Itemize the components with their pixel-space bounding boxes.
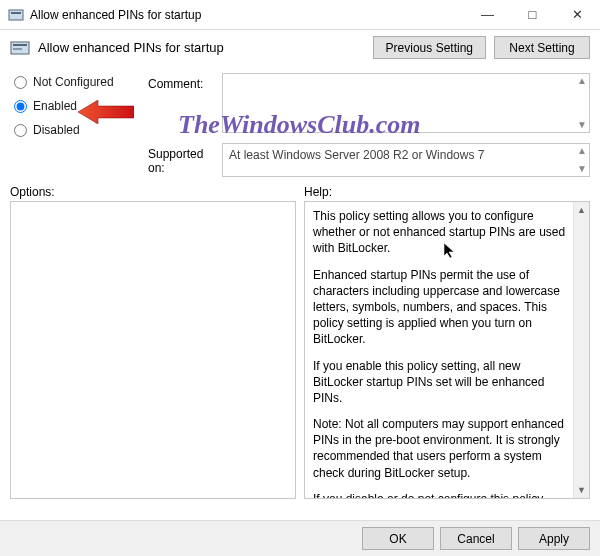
title-bar: Allow enhanced PINs for startup — □ ✕ [0, 0, 600, 30]
comment-textarea[interactable]: ▲ ▼ [222, 73, 590, 133]
supported-textbox: At least Windows Server 2008 R2 or Windo… [222, 143, 590, 177]
scroll-up-icon[interactable]: ▲ [577, 76, 587, 86]
ok-button[interactable]: OK [362, 527, 434, 550]
previous-setting-button[interactable]: Previous Setting [373, 36, 486, 59]
scroll-down-icon[interactable]: ▼ [577, 164, 587, 174]
supported-label: Supported on: [148, 143, 218, 177]
svg-rect-1 [11, 12, 21, 14]
policy-icon [8, 7, 24, 23]
supported-row: Supported on: At least Windows Server 20… [0, 137, 600, 177]
minimize-button[interactable]: — [465, 0, 510, 29]
scroll-up-icon[interactable]: ▲ [574, 202, 589, 218]
policy-subtitle: Allow enhanced PINs for startup [38, 40, 365, 55]
help-p4: Note: Not all computers may support enha… [313, 416, 571, 481]
help-panel[interactable]: This policy setting allows you to config… [304, 201, 590, 499]
window-controls: — □ ✕ [465, 0, 600, 29]
header-row: Allow enhanced PINs for startup Previous… [0, 30, 600, 69]
options-label: Options: [10, 185, 296, 199]
comment-label: Comment: [148, 73, 218, 137]
help-p1: This policy setting allows you to config… [313, 208, 571, 257]
scroll-down-icon[interactable]: ▼ [574, 482, 589, 498]
help-column: Help: This policy setting allows you to … [304, 185, 590, 499]
radio-not-configured-label: Not Configured [33, 75, 114, 89]
radio-not-configured[interactable]: Not Configured [14, 75, 144, 89]
policy-large-icon [10, 38, 30, 58]
radio-enabled[interactable]: Enabled [14, 99, 144, 113]
state-radios: Not Configured Enabled Disabled [14, 73, 144, 137]
help-label: Help: [304, 185, 590, 199]
lower-panels: Options: Help: This policy setting allow… [0, 177, 600, 499]
options-column: Options: [10, 185, 296, 499]
radio-not-configured-input[interactable] [14, 76, 27, 89]
config-grid: Not Configured Enabled Disabled Comment:… [0, 69, 600, 137]
radio-enabled-input[interactable] [14, 100, 27, 113]
supported-value: At least Windows Server 2008 R2 or Windo… [229, 148, 484, 162]
help-scrollbar[interactable]: ▲ ▼ [573, 202, 589, 498]
scroll-down-icon[interactable]: ▼ [577, 120, 587, 130]
scroll-track[interactable] [574, 218, 589, 482]
radio-disabled-label: Disabled [33, 123, 80, 137]
maximize-button[interactable]: □ [510, 0, 555, 29]
radio-disabled[interactable]: Disabled [14, 123, 144, 137]
dialog-footer: OK Cancel Apply [0, 520, 600, 556]
help-p3: If you enable this policy setting, all n… [313, 358, 571, 407]
window-title: Allow enhanced PINs for startup [30, 8, 465, 22]
close-button[interactable]: ✕ [555, 0, 600, 29]
options-panel[interactable] [10, 201, 296, 499]
svg-rect-3 [13, 44, 27, 46]
svg-rect-4 [13, 48, 22, 50]
radio-enabled-label: Enabled [33, 99, 77, 113]
help-p5: If you disable or do not configure this … [313, 491, 571, 499]
apply-button[interactable]: Apply [518, 527, 590, 550]
svg-rect-0 [9, 10, 23, 20]
scroll-up-icon[interactable]: ▲ [577, 146, 587, 156]
next-setting-button[interactable]: Next Setting [494, 36, 590, 59]
radio-disabled-input[interactable] [14, 124, 27, 137]
cancel-button[interactable]: Cancel [440, 527, 512, 550]
help-p2: Enhanced startup PINs permit the use of … [313, 267, 571, 348]
